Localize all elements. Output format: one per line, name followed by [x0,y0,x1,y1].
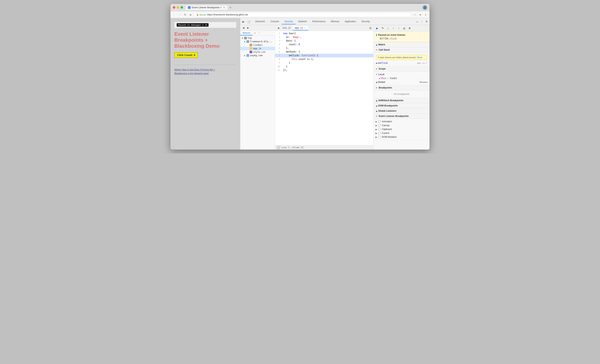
xhr-arrow: ▶ [375,100,377,101]
tree-item-appjs[interactable]: app.js [240,47,275,50]
resume-button[interactable]: ▶ [375,26,379,30]
sources-network-tabs: Network » ⋮ [240,31,275,36]
pause-icon[interactable]: ⏸ [205,24,207,26]
right-panel: ▶ ↷ ↓ ↑ → ◎ ⏸ ℹ Paused on event [374,25,430,150]
event-bp-canvas[interactable]: ▶ Canvas [375,123,428,127]
page-main-content: Event Listener Breakpoints + Blackboxing… [174,28,236,78]
breakpoints-section-header[interactable]: ▼ Breakpoints [374,85,430,91]
tab-elements[interactable]: Elements [253,19,268,24]
sidebar-back-button[interactable]: ◀ [241,26,245,30]
tab-application[interactable]: Application [342,19,359,24]
code-editor: ◀ vue.js app.js ✕ ⊞ [275,25,374,150]
deactivate-bp-button[interactable]: ◎ [402,26,406,30]
watch-section-header[interactable]: ▶ Watch [374,42,430,47]
devtools-settings-button[interactable]: ⋮ [420,19,424,24]
tab-favicon [188,6,191,9]
inspect-element-button[interactable]: ▶ [241,19,246,24]
editor-tab-vuejs[interactable]: vue.js [281,26,293,30]
tab-sources[interactable]: Sources [282,19,296,24]
tree-arrow-framework: ▼ [244,41,246,43]
devtools-panel: ▶ ⬜ Elements Console Sources Network Per… [240,18,430,150]
resume-icon[interactable]: ▶ [202,24,204,26]
tree-item-unpkg[interactable]: ▶ unpkg.com [240,54,275,57]
event-bp-header[interactable]: ▼ Event Listener Breakpoints [374,114,430,119]
breakpoints-arrow: ▼ [375,87,377,89]
call-stack-item-onclick[interactable]: ● onClick app.js:7 [376,61,427,65]
code-line-1: 1 new Vue({ [275,32,374,35]
css-icon [250,51,252,53]
tab-memory[interactable]: Memory [328,19,342,24]
tab-network[interactable]: Network [296,19,309,24]
scope-section-header[interactable]: ▼ Scope [374,66,430,72]
global-listeners-header[interactable]: ▶ Global Listeners [374,108,430,114]
scope-this[interactable]: ▶ this: Vue$3 [375,76,428,80]
sources-options-btn[interactable]: ⋮ [257,31,261,35]
step-button[interactable]: → [396,26,401,30]
global-scope-header[interactable]: ▶ Global Window [375,80,428,84]
step-over-button[interactable]: ↷ [380,26,385,30]
sidebar-forward-button[interactable]: ▶ [246,26,250,30]
tree-arrow-top: ▼ [242,37,244,39]
address-actions: ☆ ● ● [412,12,428,17]
info-icon: ℹ [376,33,377,36]
code-line-7: 7 onClick: function() { [275,54,374,57]
link-blackboxing[interactable]: Blackboxing in the Network panel [174,72,209,75]
step-out-button[interactable]: ↑ [391,26,396,30]
code-line-5: 5 }, [275,46,374,50]
local-scope-header[interactable]: ▼ Local [375,72,428,76]
code-line-2: 2 el: '#app', [275,35,374,39]
call-stack-section-header[interactable]: ▼ Call Stack [374,47,430,53]
editor-tab-appjs[interactable]: app.js ✕ [293,26,308,30]
pretty-print-button[interactable]: {} [277,146,280,149]
tree-item-index[interactable]: (index) [240,43,275,47]
pause-on-exceptions-button[interactable]: ⏸ [407,26,412,30]
address-input[interactable]: 🔒 Secure https://framework-blackboxing.g… [194,12,412,17]
editor-tab-close[interactable]: ✕ [304,27,306,29]
new-tab-button[interactable]: + [228,5,233,10]
code-area[interactable]: 1 new Vue({ 2 el: '#app', 3 data: { [275,31,374,145]
sources-network-tab[interactable]: Network [240,31,253,35]
tab-performance[interactable]: Performance [309,19,328,24]
event-bp-dom-mutation[interactable]: ▶ DOM Mutation [375,135,428,139]
editor-nav-back[interactable]: ◀ [276,26,281,30]
minimize-button[interactable] [177,6,179,9]
show-blackboxed-link[interactable]: Show [417,56,422,59]
reload-button[interactable]: ↻ [183,12,188,17]
tab-bar: Event Listener Breakpoints + ✕ + [185,5,422,10]
event-bp-control[interactable]: ▶ Control [375,131,428,135]
maximize-button[interactable] [180,6,183,9]
more-tabs-button[interactable]: » [415,19,420,24]
active-tab[interactable]: Event Listener Breakpoints + ✕ [185,5,228,10]
call-stack-arrow: ▼ [375,49,377,51]
page-links: What's New In DevTools (Chrome 66) > Bla… [174,68,236,75]
page-content: Paused in debugger ▶ ⏸ Event Listener Br… [170,18,240,150]
sources-more-btn[interactable]: » [253,31,257,35]
forward-button[interactable]: → [178,12,182,17]
user-avatar: 👤 [422,5,427,10]
close-button[interactable] [173,6,175,9]
tab-security[interactable]: Security [359,19,373,24]
tab-close-button[interactable]: ✕ [223,6,225,9]
link-whats-new[interactable]: What's New In DevTools (Chrome 66) > [174,68,215,71]
scope-content: ▼ Local ▶ this: Vue$3 ▶ Global [374,72,430,85]
event-bp-animation[interactable]: ▶ Animation [375,120,428,123]
dom-breakpoints-header[interactable]: ▶ DOM Breakpoints [374,103,430,108]
tree-item-top[interactable]: ▼ top [240,36,275,40]
device-toolbar-button[interactable]: ⬜ [246,19,251,24]
back-button[interactable]: ← [172,12,177,17]
paused-title: ℹ Paused on event listener [376,33,427,36]
home-button[interactable]: ● [188,12,193,17]
step-into-button[interactable]: ↓ [386,26,390,30]
event-bp-clipboard[interactable]: ▶ Clipboard [375,127,428,131]
tree-item-framework[interactable]: ▼ framework-bla... [240,40,275,43]
devtools-close-button[interactable]: ✕ [424,19,429,24]
watch-arrow: ▶ [375,44,377,46]
xhr-breakpoints-header[interactable]: ▶ XHR/fetch Breakpoints [374,98,430,103]
page-divider [174,65,236,65]
tree-item-stylecss[interactable]: style.css [240,50,275,54]
dom-arrow: ▶ [375,105,377,107]
tab-console[interactable]: Console [268,19,282,24]
editor-dock-button[interactable]: ⊞ [368,26,373,30]
bookmark-button[interactable]: ☆ [412,12,417,17]
call-stack-loc: app.js:7 [417,62,427,64]
